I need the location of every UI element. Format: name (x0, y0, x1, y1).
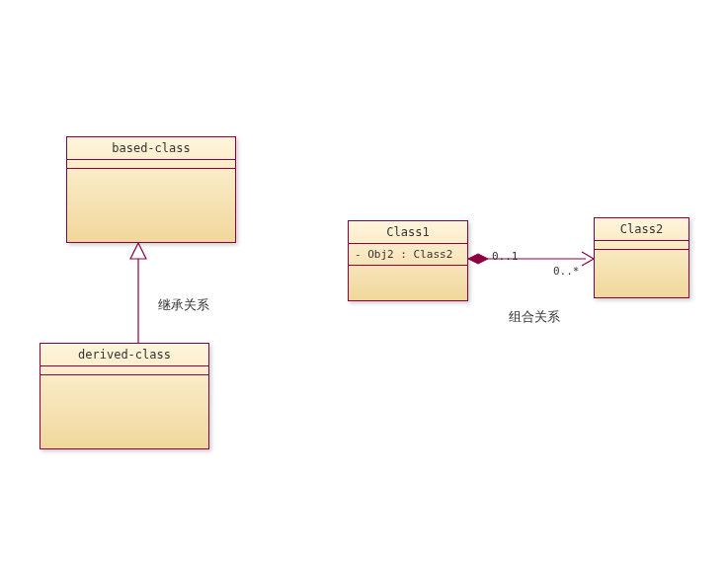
class-box-class1: Class1 - Obj2 : Class2 (348, 220, 468, 301)
class-title: based-class (67, 137, 235, 160)
class-methods (349, 266, 467, 276)
class-attributes (40, 366, 208, 375)
svg-marker-2 (468, 254, 488, 264)
class-box-class2: Class2 (594, 217, 689, 298)
class-attributes (595, 241, 688, 250)
class-methods (40, 375, 208, 385)
class-attributes: - Obj2 : Class2 (349, 244, 467, 266)
class-title: Class2 (595, 218, 688, 241)
class-box-derived-class: derived-class (40, 343, 209, 449)
class-methods (595, 250, 688, 260)
class-title: derived-class (40, 344, 208, 366)
class-methods (67, 169, 235, 179)
class-title: Class1 (349, 221, 467, 244)
multiplicity-left: 0..1 (492, 250, 519, 263)
composition-label: 组合关系 (509, 308, 560, 326)
svg-marker-1 (130, 243, 146, 259)
multiplicity-right: 0..* (553, 265, 580, 278)
class-attributes (67, 160, 235, 169)
inheritance-label: 继承关系 (158, 296, 209, 314)
class-box-based-class: based-class (66, 136, 236, 243)
